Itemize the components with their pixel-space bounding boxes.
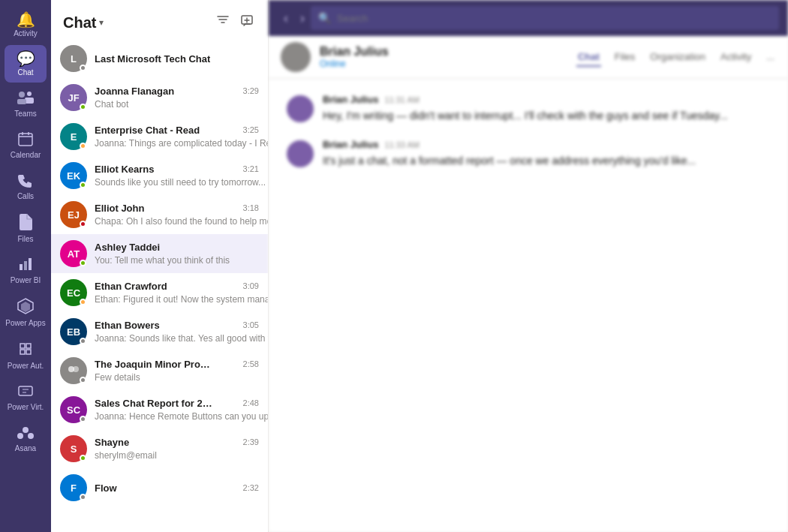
search-input[interactable] [337, 13, 771, 24]
sidebar-item-powerbi-label: Power BI [11, 276, 41, 284]
message-avatar [287, 95, 314, 122]
list-item[interactable]: EK Elliot Kearns 3:21 Sounds like you st… [51, 156, 268, 195]
chat-time: 3:29 [243, 86, 259, 95]
list-item[interactable]: EJ Elliot John 3:18 Chapa: Oh I also fou… [51, 195, 268, 234]
sidebar-item-powerapps-label: Power Apps [5, 319, 45, 327]
list-item[interactable]: E Enterprise Chat - Read 3:25 Joanna: Th… [51, 117, 268, 156]
chat-info: Flow 2:32 [95, 482, 259, 494]
avatar-wrap: AT [60, 240, 87, 267]
status-indicator [80, 494, 86, 500]
chat-time: 3:09 [243, 281, 259, 290]
sidebar-item-asana[interactable]: Asana [5, 419, 47, 458]
chat-header-actions [214, 12, 256, 33]
chat-info: Elliot John 3:18 Chapa: Oh I also found … [95, 203, 259, 227]
sidebar-item-activity[interactable]: 🔔 Activity [5, 6, 47, 44]
list-item[interactable]: SC Sales Chat Report for 2022 2:48 Joann… [51, 390, 268, 429]
forward-button[interactable]: › [294, 8, 311, 29]
status-indicator [80, 104, 86, 110]
status-indicator [80, 65, 86, 71]
contact-name: Ethan Bowers [95, 320, 160, 331]
svg-rect-10 [29, 258, 32, 270]
chat-preview: Chat bot [95, 99, 128, 110]
message-time: 11:33 AM [384, 140, 419, 149]
chat-preview: Sounds like you still need to try tomorr… [95, 177, 266, 188]
avatar-wrap: S [60, 435, 87, 462]
svg-point-16 [28, 433, 34, 439]
chat-name-row: Shayne 2:39 [95, 437, 259, 448]
chat-panel-header: Chat ▾ [51, 0, 268, 39]
activity-icon: 🔔 [17, 12, 35, 27]
contact-name: Elliot John [95, 203, 144, 214]
list-item[interactable]: L Last Microsoft Tech Chat [51, 39, 268, 78]
chat-list: L Last Microsoft Tech Chat JF Joanna Fla… [51, 39, 268, 532]
list-item[interactable]: The Joaquin Minor Proposal 2:58 Few deta… [51, 351, 268, 390]
tab-activity[interactable]: Activity [719, 48, 753, 67]
calendar-icon [18, 131, 33, 149]
back-button[interactable]: ‹ [278, 8, 294, 29]
chat-info: Sales Chat Report for 2022 2:48 Joanna: … [95, 398, 259, 422]
message-text: It's just a chat, not a formatted report… [323, 153, 770, 169]
chat-name-row: The Joaquin Minor Proposal 2:58 [95, 359, 259, 370]
message-area: Brian Julius 11:31 AM Hey, I'm writing —… [269, 79, 788, 532]
tab-chat[interactable]: Chat [576, 48, 601, 67]
contact-name: Ethan Crawford [95, 281, 167, 292]
sidebar-item-poweraut[interactable]: Power Aut. [5, 335, 47, 376]
contact-name: Sales Chat Report for 2022 [95, 398, 215, 409]
status-indicator [80, 221, 86, 227]
contact-name: Elliot Kearns [95, 164, 154, 175]
chat-preview: sherylm@email [95, 450, 157, 461]
chat-time: 3:18 [243, 203, 259, 212]
chat-info: Elliot Kearns 3:21 Sounds like you still… [95, 164, 259, 188]
sidebar: 🔔 Activity 💬 Chat Teams Calendar Calls F… [0, 0, 51, 532]
chevron-down-icon[interactable]: ▾ [99, 17, 104, 28]
sidebar-item-calendar[interactable]: Calendar [5, 125, 47, 165]
chat-panel-title: Chat [63, 14, 96, 32]
avatar-wrap: F [60, 474, 87, 501]
avatar-wrap: EC [60, 279, 87, 306]
message-text: Hey, I'm writing — didn't want to interr… [323, 108, 770, 124]
sidebar-item-calendar-label: Calendar [11, 151, 41, 159]
sidebar-item-files-label: Files [17, 235, 33, 243]
list-item[interactable]: EB Ethan Bowers 3:05 Joanna: Sounds like… [51, 312, 268, 351]
list-item[interactable]: AT Ashley Taddei You: Tell me what you t… [51, 234, 268, 273]
list-item[interactable]: F Flow 2:32 [51, 468, 268, 507]
contact-name: The Joaquin Minor Proposal [95, 359, 215, 370]
sidebar-item-files[interactable]: Files [5, 208, 47, 249]
new-chat-button[interactable] [238, 12, 256, 33]
sidebar-item-powerapps[interactable]: Power Apps [5, 292, 47, 333]
chat-info: The Joaquin Minor Proposal 2:58 Few deta… [95, 359, 259, 383]
sidebar-item-teams[interactable]: Teams [5, 84, 47, 124]
chat-title-row: Chat ▾ [63, 14, 104, 32]
list-item[interactable]: S Shayne 2:39 sherylm@email [51, 429, 268, 468]
sidebar-item-powerbi[interactable]: Power BI [5, 251, 47, 290]
sidebar-item-calls[interactable]: Calls [5, 167, 47, 206]
status-indicator [80, 338, 86, 344]
chat-time: 2:32 [243, 483, 259, 492]
chat-info: Joanna Flanagan 3:29 Chat bot [95, 86, 259, 110]
tab-more[interactable]: ... [765, 48, 776, 67]
teams-icon [17, 90, 34, 107]
chat-preview: Ethan: Figured it out! Now the system ma… [95, 294, 268, 305]
list-item[interactable]: EC Ethan Crawford 3:09 Ethan: Figured it… [51, 273, 268, 312]
avatar-wrap: EJ [60, 201, 87, 228]
chat-name-row: Enterprise Chat - Read 3:25 [95, 125, 259, 136]
contact-name: Enterprise Chat - Read [95, 125, 200, 136]
chat-info: Ashley Taddei You: Tell me what you thin… [95, 242, 259, 266]
sidebar-item-asana-label: Asana [15, 444, 36, 452]
message-group: Brian Julius 11:33 AM It's just a chat, … [287, 139, 770, 169]
tab-files[interactable]: Files [613, 48, 636, 67]
sidebar-item-chat[interactable]: 💬 Chat [5, 45, 47, 83]
convo-header: Brian Julius Online Chat Files Organizat… [269, 36, 788, 79]
sidebar-item-powervirt[interactable]: Power Virt. [5, 377, 47, 417]
avatar-wrap: L [60, 45, 87, 72]
list-item[interactable]: JF Joanna Flanagan 3:29 Chat bot [51, 78, 268, 117]
message-avatar [287, 140, 314, 167]
status-indicator [80, 299, 86, 305]
chat-name-row: Last Microsoft Tech Chat [95, 53, 259, 65]
chat-preview: You: Tell me what you think of this [95, 255, 230, 266]
tab-organization[interactable]: Organization [648, 48, 707, 67]
chat-preview: Few details [95, 372, 140, 383]
filter-button[interactable] [214, 13, 232, 32]
message-meta: Brian Julius 11:33 AM [323, 139, 770, 150]
chat-name-row: Joanna Flanagan 3:29 [95, 86, 259, 97]
